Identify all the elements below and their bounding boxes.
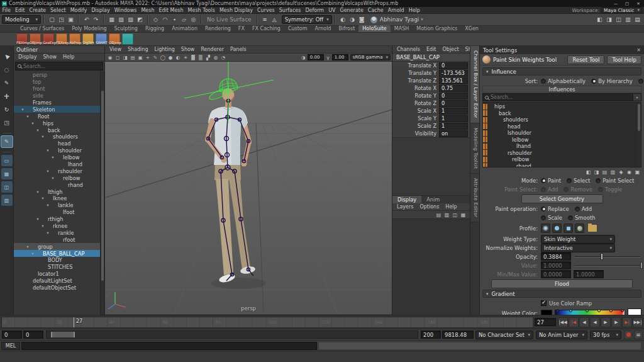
layer-editor-tab[interactable]: Anim — [421, 196, 445, 203]
outliner-item[interactable]: back — [14, 127, 100, 133]
outliner-item[interactable]: group — [14, 243, 100, 250]
time-slider[interactable]: 020406080100120140160180200 27 — [1, 317, 533, 328]
wireframe-mode-icon[interactable]: ◯ — [159, 54, 167, 61]
expand-arrow-icon[interactable] — [50, 176, 55, 181]
ramp-marker[interactable] — [621, 309, 624, 312]
lock-camera-icon[interactable]: ◻ — [114, 54, 121, 61]
pan-zoom-icon[interactable]: + — [144, 54, 152, 61]
xray-icon[interactable]: ◍ — [212, 54, 219, 61]
sort-radio-option[interactable]: Flat — [638, 78, 644, 84]
paint-operation-radio-option[interactable]: Add — [575, 206, 592, 212]
use-color-ramp-checkbox[interactable] — [541, 300, 547, 306]
outliner-item[interactable]: shoulders — [14, 133, 100, 140]
paint-operation-radio-option[interactable]: Smooth — [568, 215, 596, 221]
outliner-menu-item[interactable]: Help — [60, 54, 77, 60]
viewport-menu-item[interactable]: Show — [178, 47, 198, 52]
shelf-tab[interactable]: HoloSuite — [358, 25, 390, 32]
channel-value-field[interactable]: 1 — [439, 115, 468, 122]
workspace-selector[interactable]: Maya Classic — [601, 7, 642, 13]
influence-item[interactable]: lelbow — [483, 137, 636, 144]
shelf-item-button[interactable]: FBXimp — [16, 33, 28, 45]
current-tool-paint-skin-weights-button[interactable]: ✎ — [1, 136, 13, 147]
opacity-slider[interactable] — [574, 252, 641, 261]
current-frame-field[interactable]: 27 — [535, 318, 556, 326]
shelf-item-button[interactable]: GeoExp — [43, 33, 54, 45]
fps-selector[interactable]: 30 fps — [590, 331, 621, 339]
viewport-menu-item[interactable]: View — [106, 47, 125, 52]
previous-key-button[interactable]: |◀ — [569, 317, 579, 327]
influences-search-input[interactable] — [491, 94, 633, 100]
toggle-outliner-icon[interactable]: ▤ — [633, 15, 642, 25]
ramp-marker[interactable] — [586, 309, 589, 312]
shelf-item-button[interactable] — [122, 33, 133, 45]
menu-set-selector[interactable]: Modeling — [2, 15, 41, 24]
command-line-input[interactable] — [21, 342, 317, 350]
select-camera-icon[interactable]: ◉ — [106, 54, 114, 61]
exposure-field[interactable]: 0.00 — [308, 54, 324, 60]
playback-range-bar[interactable] — [51, 332, 75, 337]
maximize-button[interactable]: ▢ — [621, 0, 633, 7]
browse-brush-icon[interactable] — [588, 225, 597, 232]
outliner-item[interactable]: side — [14, 93, 100, 99]
gradient-section-header[interactable]: Gradient — [482, 290, 641, 298]
expand-arrow-icon[interactable] — [25, 114, 30, 119]
value-field[interactable]: 1.0000 — [541, 261, 571, 269]
channel-value-field[interactable]: -173.563 — [439, 70, 468, 77]
gamma-field[interactable]: 1.00 — [332, 54, 348, 60]
influence-item[interactable]: lshoulder — [483, 130, 636, 137]
paint-select-radio-option[interactable]: Add — [541, 186, 558, 193]
shelf-tab[interactable]: Rendering — [201, 25, 235, 32]
layout-two-pane-button[interactable]: ▥ — [1, 195, 13, 206]
shelf-item-button[interactable]: FBXexp — [56, 33, 67, 45]
go-to-start-button[interactable]: |◀◀ — [558, 317, 568, 327]
influence-item[interactable]: back — [483, 110, 636, 117]
selection-mask-icon[interactable]: ◩ — [135, 15, 145, 25]
next-key-button[interactable]: ▶| — [622, 317, 632, 327]
lights-icon[interactable]: ☀ — [182, 54, 189, 61]
outliner-search[interactable] — [15, 62, 103, 71]
channel-value-field[interactable]: 0 — [439, 93, 468, 99]
shelf-item-button[interactable]: OBJexp — [109, 33, 120, 45]
outliner-item[interactable]: rthigh — [14, 216, 100, 223]
ambient-occlusion-icon[interactable]: ▒ — [197, 54, 204, 61]
outliner-item[interactable]: lankle — [14, 202, 100, 209]
outliner-item[interactable]: Skeleton — [14, 106, 100, 113]
outliner-item[interactable]: head — [14, 140, 100, 147]
influence-item[interactable]: relbow — [483, 156, 636, 163]
influence-item[interactable]: hips — [483, 103, 636, 110]
viewport-canvas[interactable]: persp — [105, 62, 392, 315]
influence-section-header[interactable]: Influence — [482, 67, 641, 76]
sort-radio-option[interactable]: Alphabetically — [541, 78, 586, 84]
render-frame-icon[interactable]: ◐ — [338, 15, 348, 25]
expand-arrow-icon[interactable] — [45, 203, 50, 208]
layout-single-pane-button[interactable]: ▭ — [1, 155, 13, 166]
channel-name[interactable]: Rotate X — [392, 85, 436, 91]
snap-to-plane-icon[interactable]: ▱ — [179, 15, 189, 25]
weight-color-ramp[interactable] — [555, 310, 625, 315]
menu-item[interactable]: Mesh Tools — [186, 8, 217, 13]
shelf-tab[interactable]: MASH — [391, 25, 413, 32]
expand-arrow-icon[interactable] — [50, 155, 55, 160]
outliner-item[interactable]: persp — [14, 72, 100, 79]
outliner-scrollbar[interactable] — [100, 71, 104, 315]
make-live-icon[interactable]: ◎ — [189, 15, 198, 25]
shadows-icon[interactable]: ▓ — [189, 54, 197, 61]
expand-arrow-icon[interactable] — [45, 230, 50, 235]
invert-selection-icon[interactable]: ◉ — [625, 168, 633, 176]
outliner-menu-item[interactable]: Display — [15, 54, 40, 60]
shelf-tab[interactable]: XGen — [461, 25, 482, 32]
paint-selection-tool-button[interactable]: ✎ — [1, 77, 13, 89]
paint-operation-radio-option[interactable]: Scale — [541, 215, 562, 221]
pin-influence-icon[interactable]: ▣ — [633, 168, 641, 176]
influence-item[interactable]: head — [483, 123, 636, 130]
channel-value-field[interactable]: 1 — [439, 108, 468, 115]
toggle-tool-settings-icon[interactable]: ◨ — [604, 15, 614, 25]
side-panel-tab[interactable]: Channel Box / Layer Editor — [470, 46, 479, 123]
influences-list[interactable]: hips back — [482, 102, 641, 167]
bookmarks-icon[interactable]: ▤ — [129, 54, 136, 61]
outliner-item[interactable]: rankle — [14, 229, 100, 236]
outliner-item[interactable]: rhand — [14, 181, 100, 188]
play-forwards-button[interactable]: ▶ — [601, 317, 611, 327]
shelf-tab[interactable]: Poly Modeling — [68, 25, 110, 32]
close-button[interactable]: ✕ — [633, 0, 644, 7]
